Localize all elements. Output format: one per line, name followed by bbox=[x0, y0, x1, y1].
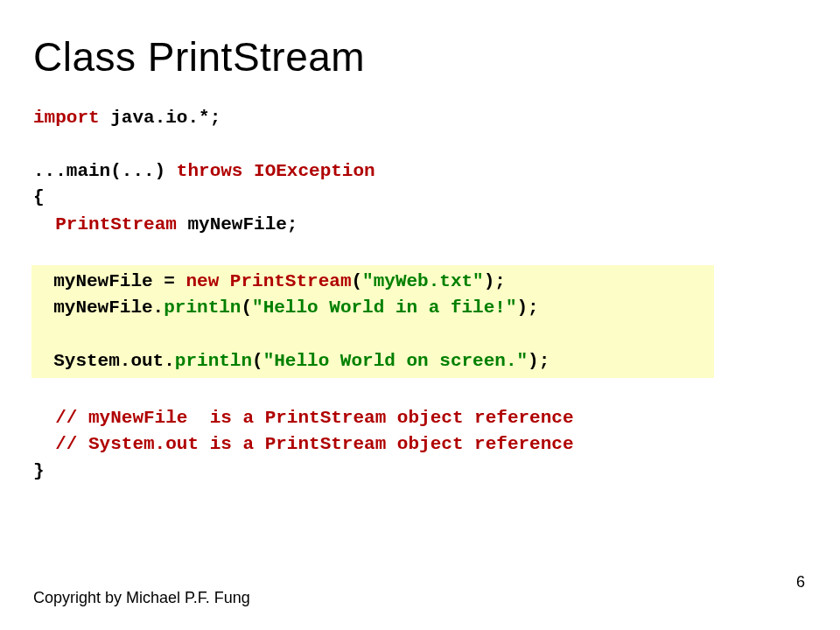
code-text: ); bbox=[517, 298, 539, 318]
code-text: ( bbox=[241, 298, 252, 318]
string-literal: "Hello World on screen." bbox=[263, 351, 528, 371]
code-text: myNewFile; bbox=[177, 214, 298, 234]
keyword-import: import bbox=[33, 108, 100, 128]
code-text: myNewFile = bbox=[32, 271, 186, 291]
code-text: ( bbox=[351, 271, 362, 291]
comment-line: // myNewFile is a PrintStream object ref… bbox=[33, 408, 574, 428]
slide-title: Class PrintStream bbox=[33, 33, 807, 80]
code-text: ...main(...) bbox=[33, 161, 177, 181]
keyword-throws: throws IOException bbox=[177, 161, 375, 181]
code-text bbox=[219, 271, 230, 291]
method-println: println bbox=[164, 298, 241, 318]
code-text: System.out. bbox=[32, 351, 175, 371]
highlight-block: myNewFile = new PrintStream("myWeb.txt")… bbox=[32, 265, 714, 379]
code-block: import java.io.*; ...main(...) throws IO… bbox=[33, 105, 807, 485]
string-literal: "myWeb.txt" bbox=[362, 271, 484, 291]
type-printstream: PrintStream bbox=[230, 271, 352, 291]
code-text: ); bbox=[484, 271, 506, 291]
comment-line: // System.out is a PrintStream object re… bbox=[33, 434, 574, 454]
type-printstream: PrintStream bbox=[55, 214, 177, 234]
code-text: java.io.*; bbox=[100, 108, 221, 128]
brace-close: } bbox=[33, 461, 45, 481]
method-println: println bbox=[175, 351, 252, 371]
keyword-new: new bbox=[186, 271, 219, 291]
string-literal: "Hello World in a file!" bbox=[252, 298, 516, 318]
copyright-text: Copyright by Michael P.F. Fung bbox=[33, 589, 250, 607]
code-text: ); bbox=[528, 351, 550, 371]
code-indent bbox=[33, 214, 55, 234]
code-text: ( bbox=[252, 351, 263, 371]
code-text: myNewFile. bbox=[32, 298, 164, 318]
brace-open: { bbox=[33, 187, 45, 207]
